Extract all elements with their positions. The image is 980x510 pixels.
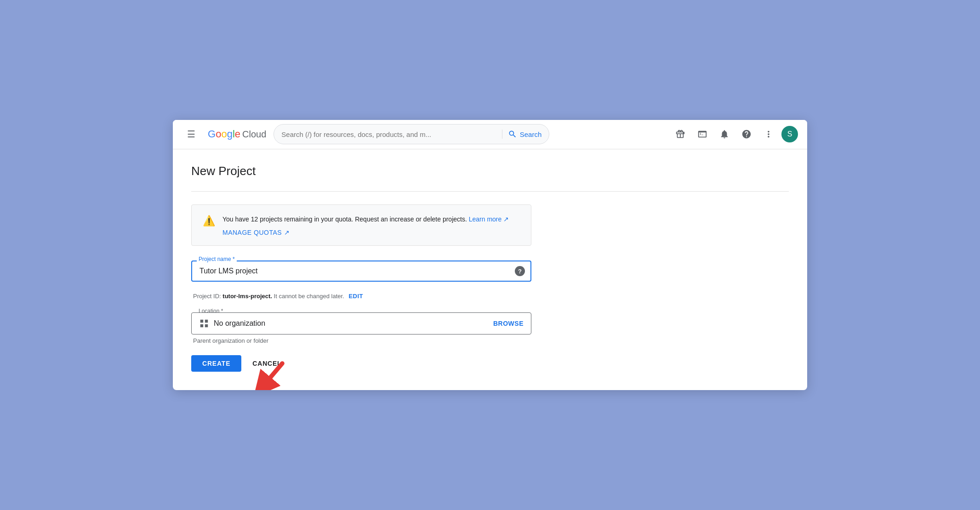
more-icon (763, 129, 774, 139)
project-name-help-icon[interactable]: ? (515, 266, 525, 276)
google-cloud-logo: Google Cloud (208, 128, 266, 140)
project-name-label: Project name * (197, 256, 237, 262)
help-icon (741, 129, 752, 139)
logo-text: Google (208, 128, 240, 140)
manage-quotas-link[interactable]: MANAGE QUOTAS ↗ (222, 229, 509, 236)
page-title: New Project (191, 164, 789, 178)
warning-content: You have 12 projects remaining in your q… (222, 214, 509, 236)
learn-more-link[interactable]: Learn more ↗ (469, 215, 509, 223)
action-buttons: CREATE CANCEL (191, 355, 531, 372)
location-field: No organization BROWSE (191, 312, 531, 334)
terminal-icon (697, 129, 707, 139)
top-bar: ☰ Google Cloud Search (173, 120, 807, 149)
search-button[interactable]: Search (502, 130, 542, 139)
edit-project-id-link[interactable]: EDIT (348, 293, 363, 300)
cancel-button[interactable]: CANCEL (252, 360, 281, 367)
project-name-field-group: Project name * ? (191, 261, 531, 282)
project-id-hint: Project ID: tutor-lms-project. It cannot… (191, 293, 531, 300)
browser-window: ☰ Google Cloud Search (173, 120, 807, 390)
notification-button[interactable] (715, 125, 734, 143)
search-input[interactable] (281, 130, 501, 138)
help-button[interactable] (737, 125, 756, 143)
nav-icons: S (671, 125, 798, 143)
search-icon (508, 130, 517, 139)
gift-button[interactable] (671, 125, 689, 143)
location-value: No organization (199, 318, 265, 329)
form-section: Project name * ? Project ID: tutor-lms-p… (191, 261, 531, 372)
project-name-input[interactable] (191, 261, 531, 282)
cloud-text: Cloud (242, 129, 266, 140)
search-label: Search (520, 130, 542, 138)
search-bar: Search (273, 124, 549, 144)
avatar[interactable]: S (781, 126, 798, 142)
terminal-button[interactable] (693, 125, 712, 143)
browse-button[interactable]: BROWSE (493, 320, 524, 327)
more-button[interactable] (759, 125, 778, 143)
location-field-group: Location * No organization BROWSE Parent… (191, 312, 531, 344)
warning-icon: ⚠️ (203, 215, 215, 227)
page-content: New Project ⚠️ You have 12 projects rema… (173, 149, 807, 390)
divider (191, 191, 789, 192)
warning-banner: ⚠️ You have 12 projects remaining in you… (191, 204, 531, 246)
gift-icon (675, 129, 685, 139)
bell-icon (719, 129, 729, 139)
create-button[interactable]: CREATE (191, 355, 241, 372)
menu-button[interactable]: ☰ (182, 125, 200, 143)
warning-text: You have 12 projects remaining in your q… (222, 214, 509, 224)
grid-icon (199, 318, 209, 329)
location-hint: Parent organization or folder (191, 337, 531, 344)
